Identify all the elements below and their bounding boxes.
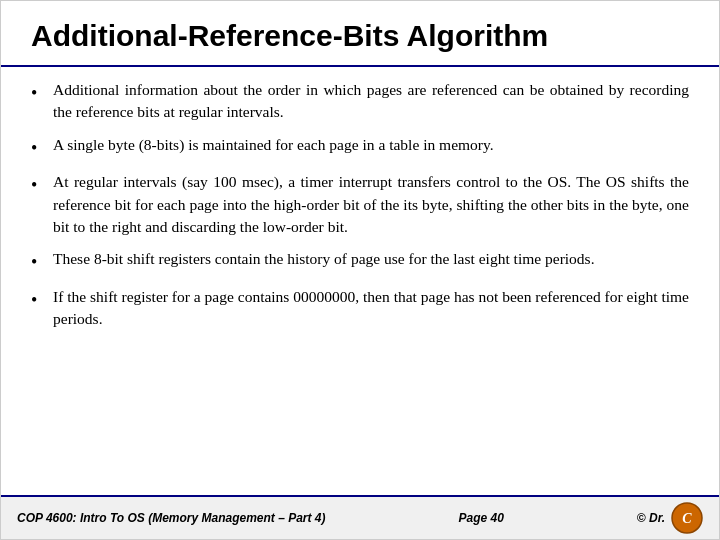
footer-copyright-text: © Dr.: [637, 511, 665, 525]
slide-content: • Additional information about the order…: [1, 67, 719, 495]
bullet-text-5: If the shift register for a page contain…: [53, 286, 689, 331]
bullet-dot-2: •: [31, 134, 53, 161]
bullet-item-3: • At regular intervals (say 100 msec), a…: [31, 171, 689, 238]
slide-footer: COP 4600: Intro To OS (Memory Management…: [1, 495, 719, 539]
bullet-item-1: • Additional information about the order…: [31, 79, 689, 124]
footer-page: Page 40: [458, 511, 503, 525]
footer-course: COP 4600: Intro To OS (Memory Management…: [17, 511, 326, 525]
bullet-text-2: A single byte (8-bits) is maintained for…: [53, 134, 689, 156]
slide: Additional-Reference-Bits Algorithm • Ad…: [0, 0, 720, 540]
slide-title: Additional-Reference-Bits Algorithm: [31, 19, 689, 53]
bullet-dot-3: •: [31, 171, 53, 198]
bullet-dot-4: •: [31, 248, 53, 275]
university-logo-icon: C: [671, 502, 703, 534]
slide-header: Additional-Reference-Bits Algorithm: [1, 1, 719, 67]
bullet-dot-1: •: [31, 79, 53, 106]
bullet-item-2: • A single byte (8-bits) is maintained f…: [31, 134, 689, 161]
footer-copyright: © Dr. C: [637, 502, 703, 534]
bullet-item-4: • These 8-bit shift registers contain th…: [31, 248, 689, 275]
bullet-dot-5: •: [31, 286, 53, 313]
bullet-text-4: These 8-bit shift registers contain the …: [53, 248, 689, 270]
bullet-text-1: Additional information about the order i…: [53, 79, 689, 124]
svg-text:C: C: [682, 511, 692, 526]
bullet-item-5: • If the shift register for a page conta…: [31, 286, 689, 331]
bullet-text-3: At regular intervals (say 100 msec), a t…: [53, 171, 689, 238]
